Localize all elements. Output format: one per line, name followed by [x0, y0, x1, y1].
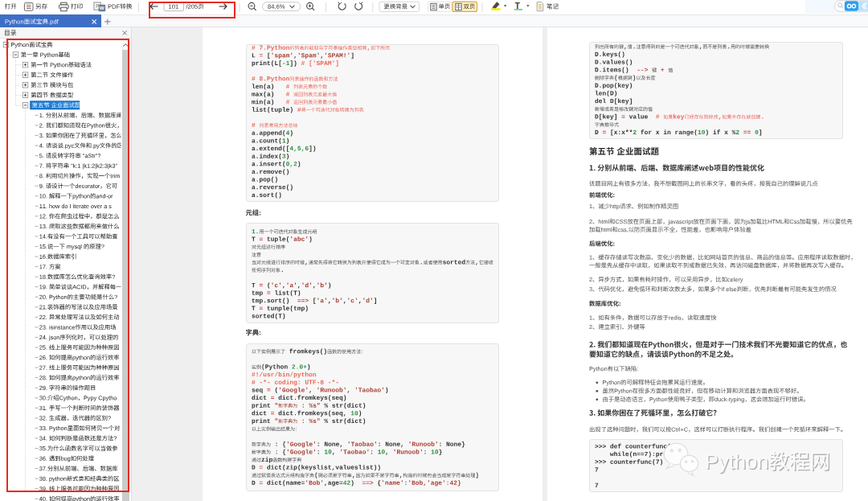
svg-text:W: W	[100, 5, 104, 10]
